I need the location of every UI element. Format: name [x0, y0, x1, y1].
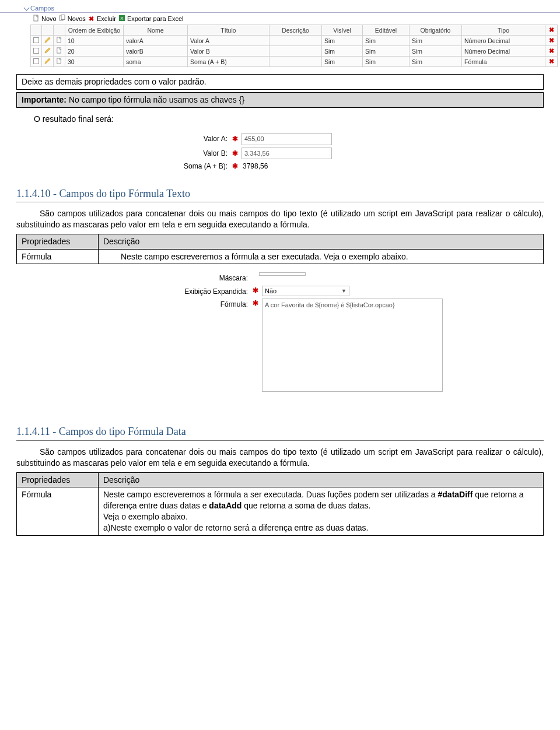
grid-header-row: Ordem de Exibição Nome Título Descrição …: [31, 25, 558, 36]
fields-grid: Ordem de Exibição Nome Título Descrição …: [30, 24, 558, 67]
toolbar-novos-label: Novos: [68, 15, 86, 22]
row-checkbox[interactable]: [33, 48, 39, 54]
toolbar-novo[interactable]: Novo: [33, 15, 57, 23]
cell-obrigatorio: Sim: [410, 46, 462, 57]
valor-a-field[interactable]: 455,00: [242, 133, 332, 145]
cell-visivel: Sim: [322, 46, 363, 57]
toolbar-exportar[interactable]: X Exportar para Excel: [118, 15, 184, 23]
delete-icon[interactable]: ✖: [548, 37, 555, 44]
cell-nome: valorA: [124, 36, 188, 46]
edit-icon[interactable]: [44, 37, 51, 43]
cell-titulo: Valor A: [188, 36, 270, 46]
delete-icon[interactable]: ✖: [548, 47, 555, 55]
cell-ordem: 20: [65, 46, 124, 57]
required-asterisk: ✱: [253, 286, 262, 295]
cell-visivel: Sim: [322, 57, 363, 67]
delete-icon[interactable]: ✖: [548, 26, 555, 34]
important-rest: No campo tipo fórmula não usamos as chav…: [66, 95, 244, 104]
grid-header-tipo[interactable]: Tipo: [462, 25, 545, 36]
grid-header-descricao[interactable]: Descrição: [270, 25, 322, 36]
exibicao-select[interactable]: Não ▼: [262, 286, 349, 297]
cell-descricao: [270, 46, 322, 57]
cell-visivel: Sim: [322, 36, 363, 46]
cell-obrigatorio: Sim: [410, 57, 462, 67]
grid-header-edit: [42, 25, 54, 36]
props10-row-c1: Fórmula: [17, 249, 99, 264]
cell-editavel: Sim: [363, 57, 410, 67]
grid-header-editavel[interactable]: Editável: [363, 25, 410, 36]
cell-titulo: Soma (A + B): [188, 57, 270, 67]
grid-header-nome[interactable]: Nome: [124, 25, 188, 36]
table-row[interactable]: 30somaSoma (A + B)SimSimSimFórmula✖: [31, 57, 558, 67]
formula-form: Máscara: Exibição Expandida: ✱ Não ▼ Fór…: [174, 272, 544, 392]
result-final-line: O resultado final será:: [34, 114, 544, 125]
excel-icon: X: [118, 15, 125, 23]
result-form: Valor A: ✱ 455,00 Valor B: ✱ 3.343,56 So…: [180, 133, 544, 171]
table-row: Fórmula Neste campo escreveremos a fórmu…: [17, 487, 544, 536]
delete-icon: ✖: [88, 15, 95, 23]
required-asterisk: ✱: [232, 162, 242, 171]
cell-obrigatorio: Sim: [410, 36, 462, 46]
grid-toolbar: Novo Novos ✖ Excluir X Exportar para Exc…: [0, 13, 560, 24]
svg-rect-0: [34, 15, 38, 21]
page-icon: [33, 15, 40, 23]
toolbar-exportar-label: Exportar para Excel: [127, 15, 184, 22]
mascara-field[interactable]: [259, 272, 306, 276]
paragraph-11: São campos utilizados para concatenar do…: [16, 447, 544, 469]
svg-rect-2: [61, 15, 65, 20]
grid-header-titulo[interactable]: Título: [188, 25, 270, 36]
svg-rect-6: [57, 48, 61, 53]
row-checkbox[interactable]: [33, 37, 39, 43]
edit-icon[interactable]: [44, 58, 51, 64]
toolbar-novos[interactable]: Novos: [59, 15, 86, 23]
formula-textarea[interactable]: A cor Favorita de ${nome} é ${listaCor.o…: [262, 299, 443, 392]
cell-ordem: 10: [65, 36, 124, 46]
exibicao-label: Exibição Expandida:: [174, 286, 253, 296]
toolbar-novo-label: Novo: [41, 15, 57, 22]
mascara-label: Máscara:: [174, 272, 253, 283]
grid-header-page: [54, 25, 65, 36]
table-row[interactable]: 10valorAValor ASimSimSimNúmero Decimal✖: [31, 36, 558, 46]
toolbar-excluir[interactable]: ✖ Excluir: [88, 15, 116, 23]
props-header-c1: Propriedades: [17, 472, 99, 487]
chevron-down-icon: ▼: [341, 287, 346, 294]
delete-icon[interactable]: ✖: [548, 58, 555, 65]
grid-header-visivel[interactable]: Visível: [322, 25, 363, 36]
cell-nome: valorB: [124, 46, 188, 57]
grid-header-obrigatorio[interactable]: Obrigatório: [410, 25, 462, 36]
panel-title-text: Campos: [30, 5, 54, 12]
grid-header-checkbox: [31, 25, 42, 36]
table-row: Propriedades Descrição: [17, 234, 544, 249]
row-checkbox[interactable]: [33, 58, 39, 64]
panel-title: Campos: [0, 3, 560, 13]
table-row[interactable]: 20valorBValor BSimSimSimNúmero Decimal✖: [31, 46, 558, 57]
props-header-c2: Descrição: [99, 472, 544, 487]
cell-tipo: Fórmula: [462, 57, 545, 67]
page-icon[interactable]: [56, 58, 62, 64]
grid-header-ordem[interactable]: Ordem de Exibição: [65, 25, 124, 36]
info-box-1: Deixe as demais propriedades com o valor…: [16, 74, 544, 90]
required-asterisk: ✱: [232, 149, 242, 158]
required-asterisk: ✱: [232, 134, 242, 143]
heading-1-1-4-10: 1.1.4.10 - Campos do tipo Fórmula Texto: [16, 183, 544, 202]
toolbar-excluir-label: Excluir: [97, 15, 116, 22]
valor-b-field[interactable]: 3.343,56: [242, 148, 332, 160]
t2-row-b1: #dataDiff: [438, 490, 473, 499]
props11-row-c2: Neste campo escreveremos a fórmula a ser…: [99, 487, 544, 536]
cell-editavel: Sim: [363, 46, 410, 57]
cell-titulo: Valor B: [188, 46, 270, 57]
svg-rect-5: [57, 37, 61, 43]
page-icon[interactable]: [56, 37, 62, 43]
cell-descricao: [270, 36, 322, 46]
valor-b-label: Valor B:: [180, 149, 232, 158]
cell-descricao: [270, 57, 322, 67]
page-icon[interactable]: [56, 47, 62, 54]
edit-icon[interactable]: [44, 47, 51, 54]
required-asterisk: ✱: [253, 299, 262, 308]
svg-rect-7: [57, 58, 61, 64]
props-header-c2: Descrição: [99, 234, 544, 249]
valor-a-label: Valor A:: [180, 134, 232, 143]
table-row: Propriedades Descrição: [17, 472, 544, 487]
important-prefix: Importante:: [22, 95, 66, 104]
cell-editavel: Sim: [363, 36, 410, 46]
